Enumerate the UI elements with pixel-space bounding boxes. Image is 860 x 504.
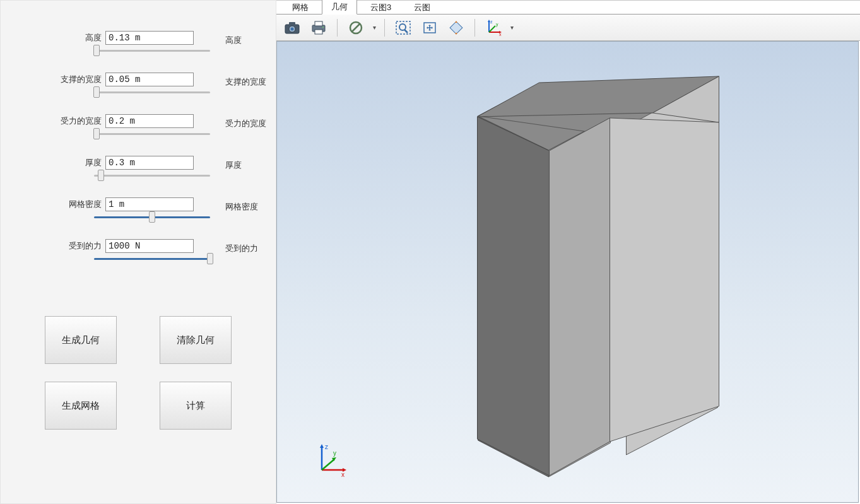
- force-width-slider[interactable]: [94, 133, 210, 135]
- viewport-toolbar: ▾: [276, 15, 860, 41]
- camera-icon[interactable]: [280, 17, 304, 38]
- force-slider[interactable]: [94, 258, 210, 260]
- axes-icon[interactable]: z y x: [481, 17, 505, 38]
- svg-marker-47: [610, 118, 719, 442]
- param-caption-mesh-density: 网格密度: [225, 201, 258, 213]
- svg-point-3: [291, 27, 294, 30]
- param-label-mesh-density: 网格密度: [1, 197, 105, 210]
- param-caption-support-width: 支撑的宽度: [225, 76, 266, 88]
- toolbar-separator: [384, 19, 385, 37]
- param-label-thickness: 厚度: [1, 156, 105, 168]
- zoom-window-icon[interactable]: [391, 17, 415, 38]
- param-row-force: 受到的力 受到的力: [1, 239, 276, 269]
- axis-x-label: x: [341, 471, 345, 478]
- toolbar-separator: [337, 19, 338, 37]
- geometry-viewport[interactable]: z x y: [276, 41, 859, 503]
- param-row-mesh-density: 网格密度 网格密度: [1, 197, 276, 228]
- fit-view-icon[interactable]: [444, 17, 468, 38]
- param-caption-thickness: 厚度: [225, 160, 242, 171]
- param-label-force: 受到的力: [1, 239, 105, 252]
- param-row-thickness: 厚度 厚度: [1, 156, 276, 186]
- compute-button[interactable]: 计算: [160, 382, 232, 430]
- svg-rect-6: [315, 30, 322, 34]
- toolbar-separator: [474, 19, 475, 37]
- axis-z-label: z: [325, 443, 328, 450]
- param-label-height: 高度: [1, 31, 105, 44]
- support-width-input[interactable]: [105, 73, 194, 86]
- svg-point-7: [322, 26, 324, 28]
- viewport-panel: 网格 几何 云图3 云图: [276, 0, 860, 504]
- thickness-input[interactable]: [105, 156, 194, 170]
- svg-line-9: [352, 24, 360, 32]
- tab-cloud3[interactable]: 云图3: [361, 0, 401, 15]
- axes-dropdown[interactable]: ▾: [508, 24, 515, 31]
- svg-rect-14: [450, 21, 462, 34]
- svg-line-51: [322, 459, 334, 470]
- print-icon[interactable]: [307, 17, 331, 38]
- tab-geometry[interactable]: 几何: [322, 0, 357, 15]
- pan-icon[interactable]: [418, 17, 442, 38]
- force-width-input[interactable]: [105, 114, 194, 128]
- svg-line-17: [489, 26, 495, 32]
- param-row-force-width: 受力的宽度 受力的宽度: [1, 114, 276, 144]
- param-label-force-width: 受力的宽度: [1, 114, 105, 127]
- svg-marker-44: [478, 117, 550, 476]
- svg-text:x: x: [499, 32, 502, 37]
- param-label-support-width: 支撑的宽度: [1, 73, 105, 85]
- param-caption-force: 受到的力: [225, 243, 258, 254]
- parameters-panel: 高度 高度 支撑的宽度 支撑的宽度 受力的宽度: [0, 0, 276, 504]
- param-row-height: 高度 高度: [1, 31, 276, 61]
- svg-line-12: [404, 30, 408, 33]
- svg-rect-5: [315, 21, 322, 26]
- svg-rect-1: [289, 22, 295, 25]
- param-caption-height: 高度: [225, 35, 242, 46]
- view-tabs: 网格 几何 云图3 云图: [276, 1, 860, 15]
- generate-geometry-button[interactable]: 生成几何: [45, 316, 117, 364]
- prohibit-dropdown[interactable]: ▾: [370, 24, 378, 31]
- mesh-density-input[interactable]: [105, 197, 194, 211]
- svg-marker-45: [550, 118, 610, 476]
- param-row-support-width: 支撑的宽度 支撑的宽度: [1, 73, 276, 103]
- prohibit-icon[interactable]: [344, 17, 368, 38]
- clear-geometry-button[interactable]: 清除几何: [160, 316, 232, 364]
- thickness-slider[interactable]: [94, 175, 210, 177]
- axis-y-label: y: [333, 450, 336, 457]
- svg-text:y: y: [496, 22, 498, 27]
- axis-gizmo[interactable]: z x y: [312, 442, 350, 479]
- height-input[interactable]: [105, 31, 194, 45]
- tab-cloud[interactable]: 云图: [404, 0, 440, 15]
- height-slider[interactable]: [94, 50, 210, 52]
- generate-mesh-button[interactable]: 生成网格: [45, 382, 117, 430]
- param-caption-force-width: 受力的宽度: [225, 118, 266, 129]
- tab-mesh[interactable]: 网格: [283, 0, 318, 15]
- mesh-density-slider[interactable]: [94, 216, 210, 218]
- force-input[interactable]: [105, 239, 194, 253]
- svg-text:z: z: [490, 20, 493, 24]
- geometry-solid: [277, 42, 858, 502]
- support-width-slider[interactable]: [94, 91, 210, 93]
